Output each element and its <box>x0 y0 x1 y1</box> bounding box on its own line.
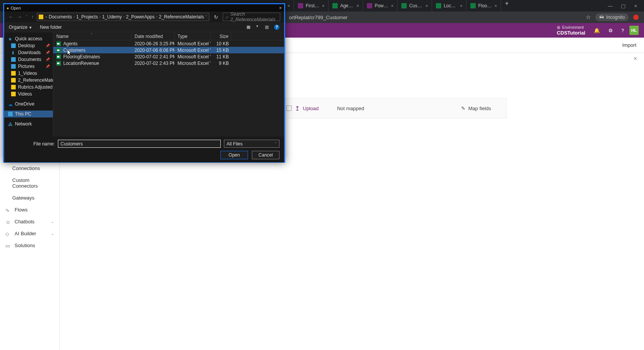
incognito-label: Incognito <box>606 15 625 20</box>
new-tab-button[interactable]: + <box>501 0 512 12</box>
breadcrumb-dropdown-icon[interactable]: ˅ <box>205 15 207 19</box>
upload-checkbox[interactable] <box>286 106 292 111</box>
browser-tab[interactable]: LocationR× <box>432 0 467 12</box>
refresh-button[interactable]: ↻ <box>212 14 220 20</box>
panel-close-icon[interactable]: × <box>634 55 637 62</box>
tab-label: LocationR <box>444 3 458 8</box>
sidebar-folder[interactable]: 1_Videos <box>4 70 53 77</box>
sidebar-desktop[interactable]: Desktop📌 <box>4 42 53 49</box>
browser-tab[interactable]: FlooringE× <box>467 0 501 12</box>
nav-up-button[interactable]: ↑ <box>31 14 34 20</box>
breadcrumb-item[interactable]: Documents <box>48 14 73 20</box>
sidebar-label: 1_Videos <box>18 71 37 76</box>
filter-value: All Files <box>227 141 243 147</box>
excel-icon <box>401 3 407 8</box>
extension-icon[interactable] <box>633 15 639 20</box>
file-row[interactable]: Customers 2020-07-06 6:06 PM Microsoft E… <box>53 47 284 53</box>
file-name: LocationRevenue <box>63 61 99 66</box>
upload-link[interactable]: Upload <box>303 106 319 111</box>
sidebar-onedrive[interactable]: ☁OneDrive <box>4 101 53 107</box>
tab-close-icon[interactable]: × <box>426 3 428 8</box>
sidebar-documents[interactable]: Documents📌 <box>4 56 53 63</box>
file-type-filter[interactable]: All Files˅ <box>224 140 279 148</box>
settings-gear-icon[interactable]: ⚙ <box>608 28 613 33</box>
nav-label: Chatbots <box>15 219 34 225</box>
url-fragment[interactable]: ortReplat/cr799_Customer <box>289 15 347 20</box>
file-row[interactable]: LocationRevenue 2020-07-02 2:43 PM Micro… <box>53 60 284 66</box>
new-folder-button[interactable]: New folder <box>40 25 62 30</box>
cancel-button[interactable]: Cancel <box>252 151 279 159</box>
bookmark-star-icon[interactable]: ☆ <box>586 14 591 21</box>
browser-tab[interactable]: × <box>284 0 294 12</box>
tab-close-icon[interactable]: × <box>356 3 359 8</box>
nav-solutions[interactable]: ▭Solutions <box>0 239 59 251</box>
help-button[interactable]: ? <box>274 25 279 30</box>
chevron-down-icon: ⌄ <box>51 231 54 236</box>
view-mode-button[interactable]: ▦ <box>246 25 252 30</box>
nav-back-button[interactable]: ← <box>8 14 14 20</box>
nav-connections[interactable]: Connections <box>0 162 59 174</box>
file-row[interactable]: Agents 2020-06-26 3:25 PM Microsoft Exce… <box>53 40 284 47</box>
window-close-button[interactable]: × <box>634 3 637 9</box>
sidebar-folder[interactable]: 2_ReferenceMateria <box>4 77 53 84</box>
breadcrumb-item[interactable]: 2_PowerApps <box>125 14 156 20</box>
sidebar-folder[interactable]: Videos <box>4 91 53 97</box>
file-date: 2020-06-26 3:25 PM <box>131 40 174 47</box>
nav-flows[interactable]: ∿Flows <box>0 204 59 216</box>
chevron-down-icon: ˅ <box>275 142 277 146</box>
sidebar-this-pc[interactable]: This PC <box>4 111 53 117</box>
user-avatar[interactable]: HL <box>629 26 639 35</box>
browser-tab[interactable]: PowerApp× <box>363 0 398 12</box>
environment-picker[interactable]: ⊞Environment CDSTutorial <box>557 25 585 36</box>
browser-tab[interactable]: Customer× <box>398 0 432 12</box>
file-row[interactable]: FlooringEstimates 2020-07-02 2:41 PM Mic… <box>53 53 284 60</box>
open-button[interactable]: Open <box>220 151 248 159</box>
sidebar-quick-access[interactable]: ★Quick access <box>4 35 53 42</box>
nav-label: Custom Connectors <box>12 177 54 189</box>
column-header-date[interactable]: Date modified <box>131 33 174 40</box>
column-header-size[interactable]: Size <box>210 33 232 40</box>
nav-gateways[interactable]: Gateways <box>0 192 59 204</box>
sidebar-pictures[interactable]: Pictures📌 <box>4 63 53 70</box>
filename-input[interactable] <box>58 140 221 148</box>
nav-label: Solutions <box>15 243 35 248</box>
tab-close-icon[interactable]: × <box>288 3 290 8</box>
nav-forward-button[interactable]: → <box>16 14 23 20</box>
downloads-icon: ⬇ <box>11 50 16 55</box>
window-minimize-button[interactable]: — <box>608 3 613 9</box>
dialog-close-button[interactable]: × <box>279 5 282 11</box>
column-header-type[interactable]: Type <box>174 33 210 40</box>
nav-custom-connectors[interactable]: Custom Connectors <box>0 174 59 192</box>
import-button[interactable]: Import <box>622 42 636 48</box>
breadcrumb-bar[interactable]: « Documents› 1_Projects› 1_Udemy› 2_Powe… <box>37 13 209 21</box>
tab-close-icon[interactable]: × <box>460 3 462 8</box>
breadcrumb-item[interactable]: 1_Udemy <box>101 14 123 20</box>
file-list-header: Name Date modified Type Size <box>53 33 284 40</box>
quick-access-icon: ★ <box>8 36 13 41</box>
breadcrumb-item[interactable]: 2_ReferenceMaterials <box>158 14 205 20</box>
file-size: 9 KB <box>210 60 232 66</box>
sidebar-downloads[interactable]: ⬇Downloads📌 <box>4 49 53 56</box>
dialog-footer: File name: All Files˅ Open Cancel <box>4 137 284 162</box>
window-maximize-button[interactable]: ▢ <box>621 3 626 9</box>
browser-tab[interactable]: Agents.xls× <box>329 0 363 12</box>
tab-close-icon[interactable]: × <box>391 3 393 8</box>
folder-search-input[interactable]: ⌕ Search 2_ReferenceMaterials <box>223 13 280 21</box>
breadcrumb-item[interactable]: 1_Projects <box>75 14 99 20</box>
organize-menu[interactable]: Organize ▼ <box>9 25 32 30</box>
tab-close-icon[interactable]: × <box>495 3 497 8</box>
sidebar-network[interactable]: 🖧Network <box>4 121 53 127</box>
column-header-name[interactable]: Name <box>53 33 131 40</box>
browser-tab[interactable]: FirstApp1× <box>294 0 329 12</box>
view-dropdown-button[interactable]: ▼ <box>256 25 261 30</box>
nav-ai-builder[interactable]: ◇AI Builder⌄ <box>0 228 59 239</box>
nav-recent-button[interactable]: ˅ <box>25 15 28 19</box>
tab-close-icon[interactable]: × <box>322 3 324 8</box>
dialog-app-icon: ● <box>7 6 9 10</box>
nav-chatbots[interactable]: ☺Chatbots⌄ <box>0 216 59 228</box>
preview-pane-button[interactable]: ▥ <box>265 25 270 30</box>
notifications-icon[interactable]: 🔔 <box>594 28 600 33</box>
help-icon[interactable]: ? <box>621 28 624 33</box>
sidebar-folder[interactable]: Rubrics Adjusted <box>4 84 53 91</box>
map-fields-link[interactable]: ✎ Map fields <box>461 106 506 111</box>
